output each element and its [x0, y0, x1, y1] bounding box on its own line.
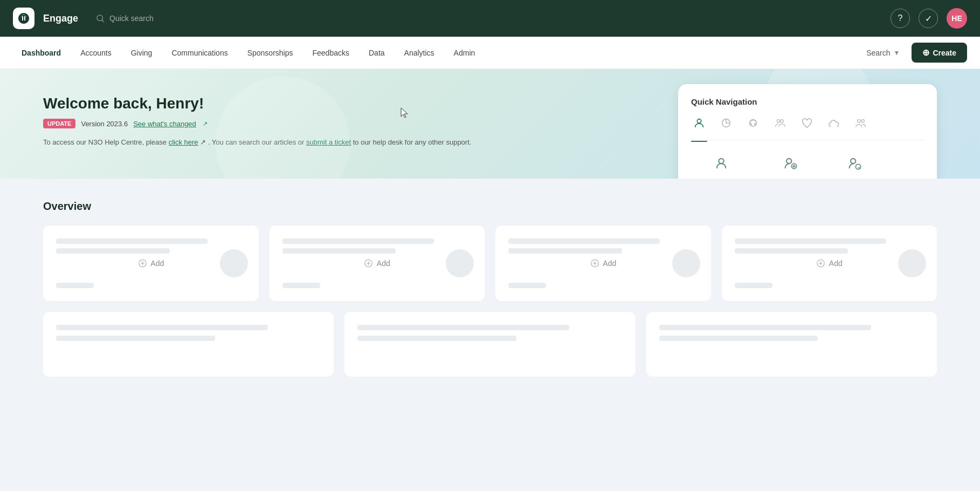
overview-cards-row-2 — [43, 312, 937, 377]
svg-point-4 — [777, 120, 781, 123]
external-link-icon: ↗ — [203, 120, 208, 127]
overview-section: Overview Add — [0, 179, 980, 398]
whats-changed-link[interactable]: See what's changed — [133, 120, 196, 128]
svg-point-6 — [858, 120, 861, 123]
skeleton-line — [56, 283, 94, 288]
group-icon — [774, 117, 786, 129]
main-content: Welcome back, Henry! UPDATE Version 2023… — [0, 69, 980, 398]
add-label-1: Add — [150, 259, 164, 268]
brand-name: Engage — [43, 13, 78, 24]
external-link-icon-2: ↗ — [200, 138, 206, 146]
add-icon — [590, 258, 599, 268]
search-dropdown-arrow: ▼ — [894, 49, 900, 57]
overview-card-3: Add — [495, 226, 711, 301]
quick-nav-accounts-dashboard[interactable]: Accounts Dashboard — [691, 151, 751, 179]
skeleton-line — [282, 283, 320, 288]
skeleton-line — [282, 238, 434, 244]
submit-ticket-link[interactable]: submit a ticket — [306, 138, 351, 146]
quick-nav-tab-feedbacks[interactable] — [799, 115, 815, 131]
desc-text-3: to our help desk for any other support. — [353, 138, 472, 146]
svg-point-11 — [851, 159, 855, 163]
tasks-button[interactable]: ✓ — [919, 9, 938, 28]
click-here-link[interactable]: click here — [169, 138, 198, 146]
add-icon — [816, 258, 826, 268]
quick-nav-tab-accounts[interactable] — [691, 115, 707, 131]
add-widget-btn-2[interactable]: Add — [364, 258, 390, 268]
skeleton-circle — [220, 249, 248, 277]
skeleton-line — [357, 325, 569, 330]
navbar: Dashboard Accounts Giving Communications… — [0, 37, 980, 69]
quick-navigation-panel: Quick Navigation — [678, 84, 937, 179]
desc-text-1: To access our N3O Help Centre, please — [43, 138, 167, 146]
search-accounts-icon — [847, 155, 862, 171]
add-icon — [364, 258, 374, 268]
svg-point-8 — [719, 159, 723, 163]
create-account-icon — [783, 155, 798, 171]
quick-nav-tab-communications[interactable] — [745, 115, 761, 131]
skeleton-line — [508, 248, 622, 254]
hero-section: Welcome back, Henry! UPDATE Version 2023… — [0, 69, 980, 179]
search-accounts-icon-wrapper — [843, 151, 866, 175]
search-icon — [95, 13, 105, 23]
skeleton-line — [508, 283, 546, 288]
admin-group-icon — [855, 117, 867, 129]
add-widget-btn-4[interactable]: Add — [816, 258, 843, 268]
nav-item-giving[interactable]: Giving — [122, 44, 161, 62]
nav-item-feedbacks[interactable]: Feedbacks — [304, 44, 358, 62]
svg-point-9 — [786, 159, 791, 163]
nav-item-analytics[interactable]: Analytics — [396, 44, 443, 62]
quick-nav-search-accounts[interactable]: Search Accounts — [830, 151, 878, 179]
nav-item-dashboard[interactable]: Dashboard — [13, 44, 70, 62]
overview-card-4: Add — [722, 226, 937, 301]
add-label-4: Add — [829, 259, 843, 268]
skeleton-line — [56, 336, 215, 341]
nav-item-accounts[interactable]: Accounts — [72, 44, 120, 62]
overview-card-5 — [43, 312, 334, 377]
add-widget-btn-3[interactable]: Add — [590, 258, 616, 268]
add-widget-btn-1[interactable]: Add — [137, 258, 164, 268]
quick-nav-tab-data[interactable] — [826, 115, 842, 131]
logo[interactable] — [13, 8, 34, 29]
quick-search[interactable]: Quick search — [95, 13, 882, 23]
overview-card-1: Add — [43, 226, 259, 301]
quick-search-label: Quick search — [109, 14, 154, 23]
quick-nav-title: Quick Navigation — [691, 97, 924, 106]
skeleton-line — [357, 336, 516, 341]
skeleton-line — [508, 238, 660, 244]
create-button[interactable]: ⊕ Create — [912, 43, 967, 63]
heart-icon — [801, 117, 813, 129]
version-text: Version 2023.6 — [81, 120, 128, 128]
quick-nav-tabs — [691, 115, 924, 140]
topbar-actions: ? ✓ HE — [891, 8, 967, 29]
skeleton-circle — [446, 249, 474, 277]
headset-icon — [747, 117, 759, 129]
skeleton-line — [735, 248, 848, 254]
update-badge: UPDATE — [43, 119, 75, 128]
person-icon — [693, 117, 705, 129]
svg-point-7 — [861, 120, 865, 123]
search-label: Search — [866, 49, 890, 57]
overview-card-2: Add — [270, 226, 485, 301]
overview-cards-row-1: Add Add — [43, 226, 937, 301]
add-label-3: Add — [603, 259, 616, 268]
nav-item-sponsorships[interactable]: Sponsorships — [239, 44, 302, 62]
nav-item-data[interactable]: Data — [360, 44, 394, 62]
pie-chart-icon — [720, 117, 732, 129]
create-label: Create — [933, 49, 956, 57]
skeleton-line — [56, 248, 170, 254]
search-button[interactable]: Search ▼ — [861, 45, 905, 60]
quick-nav-tab-giving[interactable] — [718, 115, 734, 131]
skeleton-line — [282, 248, 396, 254]
help-button[interactable]: ? — [891, 9, 910, 28]
overview-card-7 — [646, 312, 937, 377]
quick-nav-tab-sponsorships[interactable] — [772, 115, 788, 131]
nav-item-admin[interactable]: Admin — [445, 44, 484, 62]
desc-text-2: . You can search our articles or — [208, 138, 305, 146]
nav-item-communications[interactable]: Communications — [163, 44, 236, 62]
quick-nav-tab-admin[interactable] — [853, 115, 869, 131]
overview-title: Overview — [43, 200, 937, 213]
add-icon — [137, 258, 147, 268]
skeleton-line — [659, 336, 818, 341]
quick-nav-create-account[interactable]: Create Account — [768, 151, 812, 179]
user-avatar[interactable]: HE — [947, 8, 967, 29]
